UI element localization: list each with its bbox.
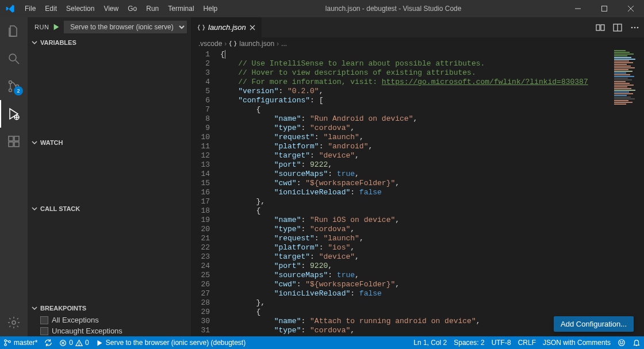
json-file-icon (229, 40, 237, 48)
section-watch-label: WATCH (40, 139, 63, 146)
svg-rect-13 (9, 136, 13, 141)
status-bell-icon[interactable] (629, 336, 644, 349)
menu-view[interactable]: View (99, 0, 123, 17)
bp-all-exceptions[interactable]: All Exceptions (28, 315, 191, 325)
activity-search[interactable] (0, 45, 28, 72)
tab-close-icon[interactable] (249, 24, 256, 31)
menu-help[interactable]: Help (199, 0, 223, 17)
chevron-down-icon (30, 38, 39, 47)
code-content[interactable]: { // Use IntelliSense to learn about pos… (220, 50, 644, 336)
status-sync[interactable] (41, 336, 56, 349)
activity-bar: 2 (0, 17, 28, 336)
svg-point-40 (619, 340, 625, 346)
more-icon[interactable] (630, 23, 639, 32)
crumb-more[interactable]: ... (281, 40, 287, 48)
section-breakpoints[interactable]: BREAKPOINTS (28, 302, 191, 315)
chevron-down-icon (30, 138, 39, 147)
split-editor-icon[interactable] (613, 23, 622, 32)
svg-point-31 (5, 340, 7, 342)
svg-marker-39 (97, 340, 102, 346)
menu-edit[interactable]: Edit (40, 0, 62, 17)
status-bar: master* 0 0 Serve to the browser (ionic … (0, 336, 644, 349)
svg-rect-14 (9, 142, 13, 147)
svg-line-5 (16, 60, 19, 64)
svg-point-4 (9, 54, 16, 61)
json-file-icon (197, 24, 205, 32)
minimize-icon[interactable] (565, 0, 591, 17)
crumb-file[interactable]: launch.json (229, 40, 274, 48)
chevron-down-icon (30, 204, 39, 213)
status-eol[interactable]: CRLF (515, 336, 539, 349)
window-title: launch.json - debugtest - Visual Studio … (222, 5, 565, 13)
warnings-count: 0 (85, 339, 89, 347)
svg-rect-15 (14, 142, 19, 147)
svg-point-28 (631, 26, 633, 28)
section-variables[interactable]: VARIABLES (28, 37, 191, 49)
checkbox-icon[interactable] (40, 327, 48, 335)
editor[interactable]: 1234567891011121314151617181920212223242… (191, 50, 644, 336)
crumb-file-label: launch.json (239, 40, 274, 48)
svg-point-29 (634, 26, 636, 28)
tab-label: launch.json (208, 23, 246, 32)
section-watch[interactable]: WATCH (28, 136, 191, 148)
section-callstack-label: CALL STACK (40, 205, 80, 212)
bp-all-label: All Exceptions (52, 316, 99, 324)
svg-rect-1 (602, 6, 607, 11)
chevron-down-icon (30, 304, 39, 313)
tab-launch-json[interactable]: launch.json (191, 17, 262, 37)
svg-point-17 (12, 321, 16, 324)
menu-go[interactable]: Go (123, 0, 141, 17)
breadcrumb[interactable]: .vscode › launch.json › ... (191, 37, 644, 50)
menu-terminal[interactable]: Terminal (163, 0, 198, 17)
branch-label: master* (14, 339, 37, 347)
compare-changes-icon[interactable] (596, 23, 605, 32)
menu-file[interactable]: File (20, 0, 40, 17)
status-branch[interactable]: master* (0, 336, 41, 349)
bp-uncaught-exceptions[interactable]: Uncaught Exceptions (28, 325, 191, 336)
activity-run-debug[interactable] (0, 100, 28, 128)
svg-point-32 (5, 344, 7, 346)
maximize-icon[interactable] (591, 0, 618, 17)
crumb-folder[interactable]: .vscode (198, 40, 222, 48)
svg-point-41 (620, 342, 621, 342)
checkbox-icon[interactable] (40, 316, 48, 324)
menu-run[interactable]: Run (141, 0, 163, 17)
status-language[interactable]: JSON with Comments (539, 336, 614, 349)
section-variables-label: VARIABLES (40, 39, 76, 46)
status-feedback-icon[interactable] (614, 336, 629, 349)
add-configuration-button[interactable]: Add Configuration... (554, 316, 634, 332)
activity-explorer[interactable] (0, 17, 28, 45)
activity-settings[interactable] (0, 309, 28, 336)
status-problems[interactable]: 0 0 (56, 336, 92, 349)
vscode-icon (0, 4, 20, 13)
run-label: RUN (34, 24, 49, 30)
tab-bar: launch.json (191, 17, 644, 37)
svg-rect-16 (14, 136, 19, 141)
section-breakpoints-label: BREAKPOINTS (40, 305, 86, 312)
errors-count: 0 (69, 339, 73, 347)
svg-point-38 (79, 344, 79, 345)
chevron-right-icon: › (224, 40, 227, 48)
scm-badge: 2 (14, 86, 23, 95)
bp-uncaught-label: Uncaught Exceptions (52, 327, 122, 335)
debug-config-select[interactable]: Serve to the browser (ionic serve) (64, 21, 187, 33)
svg-rect-25 (601, 25, 604, 30)
menu-selection[interactable]: Selection (62, 0, 99, 17)
minimap[interactable] (614, 50, 637, 171)
status-encoding[interactable]: UTF-8 (488, 336, 515, 349)
activity-source-control[interactable]: 2 (0, 72, 28, 100)
svg-point-30 (637, 26, 639, 28)
activity-extensions[interactable] (0, 128, 28, 155)
editor-area: launch.json .vscode › launch.json › (191, 17, 644, 336)
debug-toolbar: RUN Serve to the browser (ionic serve) (28, 17, 191, 37)
chevron-right-icon: › (277, 40, 279, 48)
status-spaces[interactable]: Spaces: 2 (450, 336, 488, 349)
svg-point-7 (9, 89, 12, 92)
section-callstack[interactable]: CALL STACK (28, 203, 191, 215)
line-gutter: 1234567891011121314151617181920212223242… (191, 50, 220, 336)
status-ln-col[interactable]: Ln 1, Col 2 (410, 336, 450, 349)
svg-point-42 (622, 342, 623, 342)
close-icon[interactable] (618, 0, 644, 17)
status-debug-target[interactable]: Serve to the browser (ionic serve) (debu… (93, 336, 249, 349)
start-debug-icon[interactable] (52, 23, 60, 31)
